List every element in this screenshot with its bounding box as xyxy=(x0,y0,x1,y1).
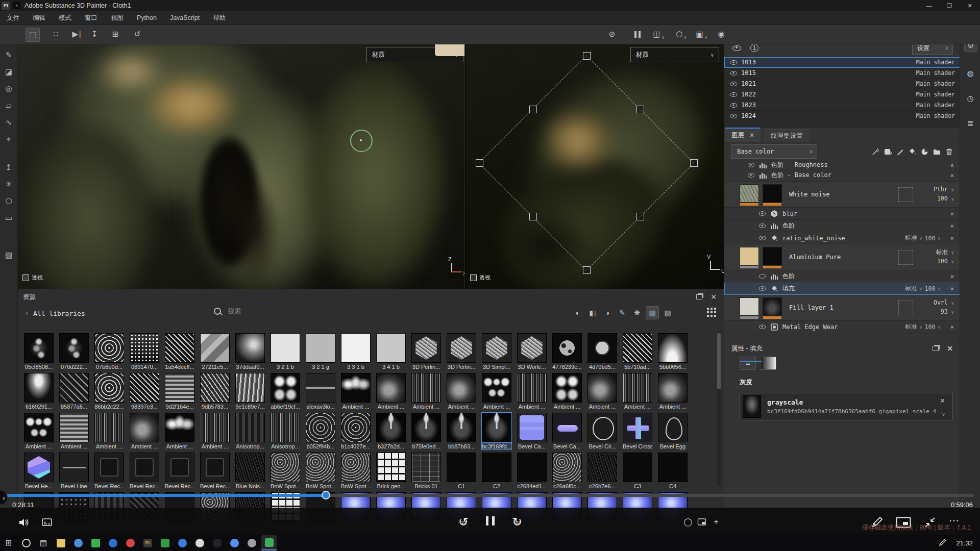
filter-materials-icon[interactable]: ◐ xyxy=(572,307,584,319)
asset-item-Ambient ...[interactable]: Ambient ... xyxy=(341,373,371,410)
player-timeline[interactable] xyxy=(6,494,974,497)
asset-item-6169291...[interactable]: 6169291... xyxy=(24,373,54,410)
manipulator-gizmo[interactable] xyxy=(350,130,373,152)
library-selector[interactable]: › All libraries xyxy=(26,310,85,317)
start-button[interactable]: ⊞ xyxy=(1,536,16,550)
viewport-3d[interactable]: 材质∨ 透视 Z X xyxy=(18,44,464,289)
asset-item-Bevel Line[interactable]: Bevel Line xyxy=(59,453,89,489)
transform-handle[interactable] xyxy=(690,159,698,167)
search-input[interactable] xyxy=(227,307,352,315)
menu-item-Python[interactable]: Python xyxy=(130,14,163,21)
transform-handle[interactable] xyxy=(529,213,537,220)
filter-smart-materials-icon[interactable]: ◧ xyxy=(586,307,599,319)
asset-item-Ambient ...[interactable]: Ambient ... xyxy=(411,373,441,410)
asset-item-Anisotrop...[interactable]: Anisotrop... xyxy=(235,413,265,449)
asset-item-Ambient ...[interactable]: Ambient ... xyxy=(447,373,476,410)
remove-effect-icon[interactable]: × xyxy=(950,285,954,292)
asset-item-Ambient ...[interactable]: Ambient ... xyxy=(200,413,230,449)
asset-item-Bevel Ca...[interactable]: Bevel Ca... xyxy=(517,413,547,449)
asset-item-Anisotrop...[interactable]: Anisotrop... xyxy=(271,413,300,449)
asset-item-Blue Nois...[interactable]: Blue Nois... xyxy=(235,453,265,489)
asset-item-b75fe0ed...[interactable]: b75fe0ed... xyxy=(411,413,441,449)
pause-engine-icon[interactable] xyxy=(631,28,644,41)
asset-item-b052f94b...[interactable]: b052f94b... xyxy=(306,413,335,449)
asset-item-Bevel Rec...[interactable]: Bevel Rec... xyxy=(94,453,124,489)
asset-item-c26b7e6...[interactable]: c26b7e6... xyxy=(587,453,617,489)
polygon-fill-tool-icon[interactable]: ▱ xyxy=(4,101,14,111)
remove-effect-icon[interactable]: × xyxy=(950,235,954,242)
filter-environments-icon[interactable]: ▨ xyxy=(662,307,674,319)
collapse-icon[interactable]: ∧ xyxy=(950,162,954,169)
gray-app-icon[interactable] xyxy=(244,536,259,550)
visibility-eye-icon[interactable] xyxy=(759,324,766,329)
asset-item-27211e5...[interactable]: 27211e5... xyxy=(200,333,230,370)
loop-icon[interactable]: ◯ xyxy=(682,516,694,528)
asset-item-0891470...[interactable]: 0891470... xyxy=(130,333,159,370)
asset-item-3D Perlin...[interactable]: 3D Perlin... xyxy=(447,333,476,370)
asset-item-3D Simpl...[interactable]: 3D Simpl... xyxy=(482,333,511,370)
uv-tile-icon[interactable]: 1 xyxy=(750,44,758,52)
maximize-button[interactable]: ❐ xyxy=(939,0,960,11)
asset-item-1a54decff...[interactable]: 1a54decff... xyxy=(165,333,194,370)
asset-item-Ambient ...[interactable]: Ambient ... xyxy=(587,373,617,410)
layer-row-Fill layer 1[interactable]: Fill layer 1Ovrl ∨93 ∨ xyxy=(724,295,960,321)
asset-item-C1[interactable]: C1 xyxy=(447,453,476,489)
visibility-eye-icon[interactable] xyxy=(759,223,766,228)
clone-tool-icon[interactable]: ⌖ xyxy=(4,134,14,144)
texture-set-row-1024[interactable]: 1024Main shader xyxy=(724,111,960,121)
close-panel-icon[interactable]: ✕ xyxy=(947,344,953,353)
asset-item-ab6ef19cf...[interactable]: ab6ef19cf... xyxy=(271,373,300,410)
clear-map-icon[interactable]: ✕ xyxy=(940,397,945,405)
volume-icon[interactable] xyxy=(15,514,32,531)
asset-item-Ambient ...[interactable]: Ambient ... xyxy=(94,413,124,449)
mask-icon[interactable]: ▭ xyxy=(4,213,14,223)
media-app-icon[interactable] xyxy=(88,536,103,550)
close-panel-icon[interactable]: ✕ xyxy=(710,293,717,301)
task-view-button[interactable]: ▤ xyxy=(36,536,51,550)
asset-item-BnW Spot...[interactable]: BnW Spot... xyxy=(271,453,300,489)
red-app-icon[interactable] xyxy=(122,536,138,550)
obs-icon[interactable] xyxy=(209,536,225,550)
asset-item-98397e3...[interactable]: 98397e3... xyxy=(130,373,159,410)
asset-item-Bevel Rec...[interactable]: Bevel Rec... xyxy=(130,453,159,489)
blend-opacity-controls[interactable]: 标准 ∨100 ∨ xyxy=(916,248,954,266)
paint-tool-icon[interactable]: ✎ xyxy=(4,50,14,60)
smudge-tool-icon[interactable]: ∿ xyxy=(4,117,14,128)
remove-effect-icon[interactable]: × xyxy=(950,210,954,217)
asset-item-Bevel Cir...[interactable]: Bevel Cir... xyxy=(587,413,617,449)
asset-item-b1c4027e...[interactable]: b1c4027e... xyxy=(341,413,371,449)
white-app-icon[interactable] xyxy=(192,536,207,550)
add-frame-icon[interactable]: ⊞ xyxy=(109,28,122,41)
assets-scrollbar[interactable] xyxy=(717,333,721,486)
taskbar-clock[interactable]: 21:32 xyxy=(956,539,973,547)
shader-mode-dropdown-2[interactable]: 材质∨ xyxy=(630,47,719,62)
green-app-icon[interactable] xyxy=(157,536,173,550)
asset-item-Ambient ...[interactable]: Ambient ... xyxy=(130,413,159,449)
shelf-icon[interactable]: ✳ xyxy=(4,179,14,189)
transform-handle[interactable] xyxy=(529,106,537,113)
asset-item-85877a6...[interactable]: 85877a6... xyxy=(59,373,89,410)
texture-set-row-1021[interactable]: 1021Main shader xyxy=(724,79,960,89)
split-view-icon[interactable]: ◫∨ xyxy=(652,28,666,41)
texture-set-row-1015[interactable]: 1015Main shader xyxy=(724,68,960,79)
asset-item-Ambient ...[interactable]: Ambient ... xyxy=(658,373,688,410)
asset-item-Ambient ...[interactable]: Ambient ... xyxy=(482,373,511,410)
filter-alphas-icon[interactable]: ❋ xyxy=(631,307,643,319)
blue-app-icon[interactable] xyxy=(175,536,190,550)
asset-item-alexav3lo...[interactable]: alexav3lo... xyxy=(306,373,335,410)
layer-mask-thumbnail[interactable] xyxy=(763,184,782,203)
asset-item-3D Perlin...[interactable]: 3D Perlin... xyxy=(411,333,441,370)
visibility-eye-icon[interactable] xyxy=(759,236,766,240)
transform-handle[interactable] xyxy=(636,213,644,220)
asset-item-BnW Spot...[interactable]: BnW Spot... xyxy=(306,453,335,489)
transform-handle[interactable] xyxy=(583,52,591,60)
layer-effect-row-色阶 - Base color[interactable]: 色阶 - Base color× xyxy=(724,169,960,182)
asset-item-C2[interactable]: C2 xyxy=(482,453,511,489)
asset-item-Ambient ...[interactable]: Ambient ... xyxy=(24,413,54,449)
asset-item-05cf8508...[interactable]: 05cf8508... xyxy=(24,333,54,370)
remove-effect-icon[interactable]: × xyxy=(950,273,954,280)
chrome-icon[interactable] xyxy=(70,536,86,550)
smart-material-icon[interactable] xyxy=(918,146,930,157)
asset-item-c2684ed1...[interactable]: c2684ed1... xyxy=(517,453,547,489)
menu-item-视图[interactable]: 视图 xyxy=(104,14,130,22)
